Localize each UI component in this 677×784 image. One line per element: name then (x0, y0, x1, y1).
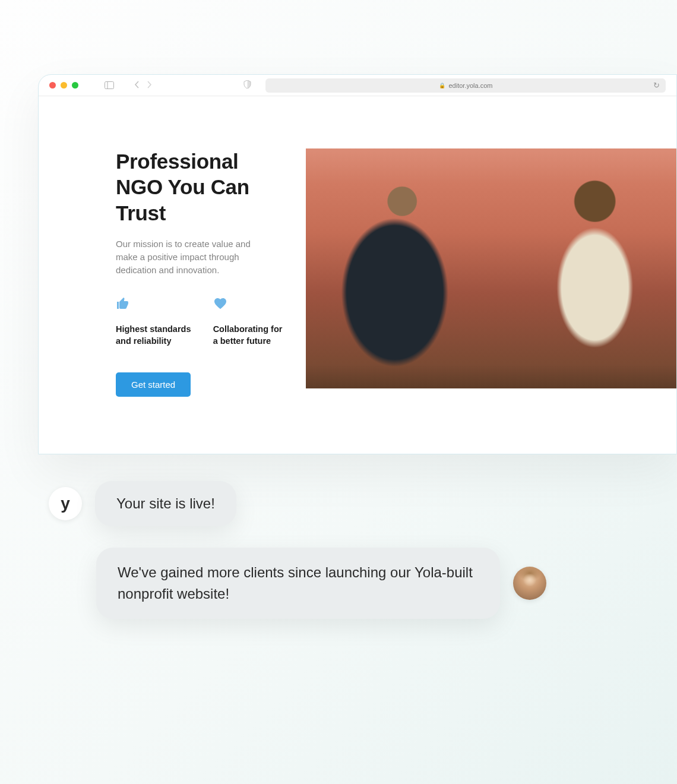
feature-label: Collaborating for a better future (213, 324, 288, 347)
heart-icon (213, 296, 288, 314)
feature-standards: Highest standards and reliability (116, 296, 193, 347)
chat-row-yola: y Your site is live! (49, 481, 606, 526)
chat-bubble-system: Your site is live! (95, 481, 236, 526)
browser-toolbar: 🔒 editor.yola.com ↻ (39, 75, 676, 96)
back-icon[interactable] (134, 80, 140, 91)
svg-rect-0 (105, 82, 114, 89)
address-bar[interactable]: 🔒 editor.yola.com ↻ (265, 78, 666, 93)
chat-message-text: Your site is live! (116, 495, 215, 511)
hero-image (306, 148, 676, 388)
maximize-window-icon[interactable] (72, 82, 78, 88)
lock-icon: 🔒 (439, 83, 445, 88)
yola-avatar: y (49, 487, 82, 520)
forward-icon[interactable] (147, 80, 152, 91)
hero-title: Professional NGO You Can Trust (116, 148, 288, 226)
hero-image-column (306, 96, 676, 454)
browser-content: Professional NGO You Can Trust Our missi… (39, 96, 676, 454)
window-controls (49, 82, 78, 88)
minimize-window-icon[interactable] (61, 82, 67, 88)
chat-bubble-user: We've gained more clients since launchin… (96, 548, 500, 619)
features-row: Highest standards and reliability Collab… (116, 296, 288, 347)
chat-area: y Your site is live! We've gained more c… (49, 481, 606, 640)
hero-text-column: Professional NGO You Can Trust Our missi… (39, 96, 306, 454)
close-window-icon[interactable] (49, 82, 56, 88)
chat-message-text: We've gained more clients since launchin… (118, 564, 473, 602)
url-text: editor.yola.com (449, 82, 493, 89)
hero-subtitle: Our mission is to create value and make … (116, 238, 270, 276)
feature-label: Highest standards and reliability (116, 324, 193, 347)
privacy-shield-icon[interactable] (243, 80, 251, 91)
sidebar-toggle-icon[interactable] (105, 81, 114, 89)
feature-collaboration: Collaborating for a better future (213, 296, 288, 347)
browser-window: 🔒 editor.yola.com ↻ Professional NGO You… (38, 74, 677, 454)
yola-logo-letter: y (61, 494, 70, 513)
thumbs-up-icon (116, 296, 193, 314)
refresh-icon[interactable]: ↻ (653, 81, 660, 90)
nav-arrows (134, 80, 152, 91)
get-started-button[interactable]: Get started (116, 372, 191, 397)
user-avatar (513, 567, 546, 600)
chat-row-user: We've gained more clients since launchin… (96, 548, 606, 619)
